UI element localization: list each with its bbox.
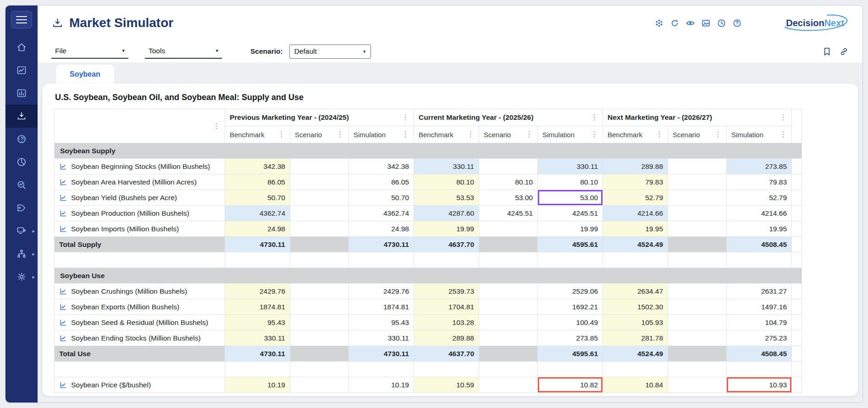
value-cell[interactable]: 10.93: [727, 377, 792, 393]
value-cell[interactable]: [479, 237, 538, 252]
value-cell[interactable]: 4287.60: [414, 206, 479, 221]
column-menu-icon[interactable]: ⋮: [780, 114, 787, 121]
chart-line-icon[interactable]: [59, 178, 67, 186]
value-cell[interactable]: 4245.51: [479, 206, 538, 221]
column-menu-icon[interactable]: ⋮: [656, 131, 663, 138]
apps-icon[interactable]: [654, 18, 664, 28]
sidebar-item-gauge[interactable]: [6, 128, 38, 151]
value-cell[interactable]: 4362.74: [349, 206, 414, 221]
column-menu-icon[interactable]: ⋮: [402, 114, 409, 121]
value-cell[interactable]: 275.23: [727, 330, 792, 346]
column-menu-icon[interactable]: ⋮: [337, 131, 344, 138]
sidebar-item-settings[interactable]: ▸: [6, 265, 38, 288]
value-cell[interactable]: 53.00: [479, 190, 538, 206]
value-cell[interactable]: [668, 315, 727, 330]
scenario-select[interactable]: Default ▾: [289, 45, 371, 59]
value-cell[interactable]: [290, 284, 349, 299]
value-cell[interactable]: 289.88: [414, 330, 479, 346]
value-cell[interactable]: 273.85: [538, 330, 603, 346]
chart-line-icon[interactable]: [59, 194, 67, 202]
value-cell[interactable]: 86.05: [349, 174, 414, 190]
column-menu-icon[interactable]: ⋮: [213, 123, 220, 130]
value-cell[interactable]: 330.11: [349, 330, 414, 346]
sidebar-item-analytics[interactable]: [6, 59, 38, 82]
value-cell[interactable]: [290, 377, 349, 393]
column-menu-icon[interactable]: ⋮: [591, 114, 598, 121]
value-cell[interactable]: [668, 299, 727, 315]
value-cell[interactable]: [479, 159, 538, 174]
value-cell[interactable]: 19.99: [538, 221, 603, 237]
help-icon[interactable]: [732, 18, 742, 28]
value-cell[interactable]: [290, 174, 349, 190]
value-cell[interactable]: [668, 284, 727, 299]
value-cell[interactable]: 1502.30: [603, 299, 668, 315]
menu-button[interactable]: [11, 11, 32, 28]
value-cell[interactable]: [290, 206, 349, 221]
value-cell[interactable]: [668, 190, 727, 206]
value-cell[interactable]: 80.10: [479, 174, 538, 190]
tab-soybean[interactable]: Soybean: [56, 65, 114, 84]
value-cell[interactable]: 4214.66: [727, 206, 792, 221]
value-cell[interactable]: 4730.11: [349, 346, 414, 362]
value-cell[interactable]: 2539.73: [414, 284, 479, 299]
value-cell[interactable]: 4595.61: [538, 346, 603, 362]
image-icon[interactable]: [701, 18, 711, 28]
value-cell[interactable]: 19.95: [603, 221, 668, 237]
value-cell[interactable]: 2429.76: [349, 284, 414, 299]
value-cell[interactable]: 4730.11: [349, 237, 414, 252]
value-cell[interactable]: 50.70: [349, 190, 414, 206]
column-menu-icon[interactable]: ⋮: [525, 131, 533, 138]
value-cell[interactable]: [479, 284, 538, 299]
value-cell[interactable]: 19.99: [414, 221, 479, 237]
chart-line-icon[interactable]: [59, 209, 67, 218]
value-cell[interactable]: 95.43: [349, 315, 414, 330]
value-cell[interactable]: 95.43: [225, 315, 290, 330]
value-cell[interactable]: [668, 174, 727, 190]
clock-icon[interactable]: [717, 18, 726, 28]
value-cell[interactable]: 330.11: [414, 159, 479, 174]
value-cell[interactable]: 104.79: [727, 315, 792, 330]
value-cell[interactable]: 289.88: [603, 159, 668, 174]
column-menu-icon[interactable]: ⋮: [467, 131, 474, 138]
sidebar-item-tags[interactable]: [6, 196, 38, 219]
value-cell[interactable]: 52.79: [727, 190, 792, 206]
value-cell[interactable]: 24.98: [349, 221, 414, 237]
value-cell[interactable]: [290, 346, 349, 362]
value-cell[interactable]: 1874.81: [225, 299, 290, 315]
value-cell[interactable]: [290, 237, 349, 252]
value-cell[interactable]: 2529.06: [538, 284, 603, 299]
chart-line-icon[interactable]: [59, 319, 67, 327]
value-cell[interactable]: 330.11: [538, 159, 603, 174]
chart-line-icon[interactable]: [59, 334, 67, 342]
value-cell[interactable]: 2631.27: [727, 284, 792, 299]
value-cell[interactable]: [479, 221, 538, 237]
sidebar-item-home[interactable]: [6, 36, 38, 59]
chart-line-icon[interactable]: [59, 225, 67, 233]
value-cell[interactable]: 105.93: [603, 315, 668, 330]
value-cell[interactable]: [668, 221, 727, 237]
value-cell[interactable]: 1692.21: [538, 299, 603, 315]
value-cell[interactable]: 80.10: [538, 174, 603, 190]
value-cell[interactable]: 10.82: [538, 377, 603, 393]
value-cell[interactable]: 2634.47: [603, 284, 668, 299]
column-menu-icon[interactable]: ⋮: [402, 131, 409, 138]
value-cell[interactable]: 4524.49: [603, 237, 668, 252]
sidebar-item-reports[interactable]: [6, 82, 38, 105]
value-cell[interactable]: 10.19: [349, 377, 414, 393]
sidebar-item-search[interactable]: [6, 173, 38, 196]
value-cell[interactable]: 4214.66: [603, 206, 668, 221]
value-cell[interactable]: 86.05: [225, 174, 290, 190]
value-cell[interactable]: 4524.49: [603, 346, 668, 362]
value-cell[interactable]: 1874.81: [349, 299, 414, 315]
value-cell[interactable]: [290, 299, 349, 315]
value-cell[interactable]: 4730.11: [225, 346, 290, 362]
share-link-icon[interactable]: [839, 47, 849, 56]
value-cell[interactable]: 1497.16: [727, 299, 792, 315]
value-cell[interactable]: 79.83: [603, 174, 668, 190]
value-cell[interactable]: 342.38: [225, 159, 290, 174]
value-cell[interactable]: [290, 159, 349, 174]
column-menu-icon[interactable]: ⋮: [278, 131, 285, 138]
bookmark-icon[interactable]: [822, 47, 832, 56]
value-cell[interactable]: 10.19: [225, 377, 290, 393]
column-menu-icon[interactable]: ⋮: [591, 131, 598, 138]
